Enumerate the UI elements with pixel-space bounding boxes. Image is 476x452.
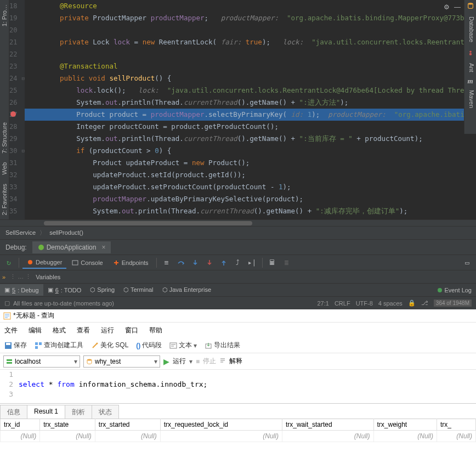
table-row[interactable]: (Null)(Null)(Null)(Null)(Null)(Null)(Nul… bbox=[1, 431, 476, 442]
maven-icon: m bbox=[464, 77, 476, 86]
sql-editor[interactable]: 123 select * from information_schema.inn… bbox=[0, 370, 476, 403]
toolwin-java enterprise[interactable]: ⬡ Java Enterprise bbox=[158, 284, 216, 296]
save-button[interactable]: 保存 bbox=[4, 341, 27, 350]
right-tab-database[interactable]: Database bbox=[464, 12, 476, 47]
memory-indicator[interactable]: 364 of 1948M bbox=[434, 300, 472, 307]
left-tab-project[interactable]: 1: Pro… bbox=[0, 0, 9, 31]
sql-result-grid[interactable]: trx_idtrx_statetrx_startedtrx_requested_… bbox=[0, 419, 476, 452]
column-header[interactable]: trx_ bbox=[437, 419, 475, 431]
menu-item[interactable]: 编辑 bbox=[29, 326, 42, 335]
column-header[interactable]: trx_requested_lock_id bbox=[160, 419, 282, 431]
debugger-tab[interactable]: Debugger bbox=[22, 257, 66, 269]
menu-item[interactable]: 查看 bbox=[77, 326, 90, 335]
sql-connection-bar: localhost why_test ▶ 运行▾ ■ 停止 解释 bbox=[0, 353, 476, 370]
rerun-button[interactable]: ↻ bbox=[2, 257, 15, 269]
debug-label: Debug: bbox=[0, 244, 32, 251]
debug-titlebar: Debug: DemoApplication × ⚙ — bbox=[0, 239, 476, 255]
svg-point-17 bbox=[87, 359, 92, 360]
export-icon bbox=[205, 342, 212, 349]
menu-item[interactable]: 窗口 bbox=[125, 326, 138, 335]
bug-icon bbox=[27, 259, 33, 265]
close-icon[interactable]: × bbox=[101, 244, 105, 251]
code-editor[interactable]: @Resource private ProductMapper productM… bbox=[25, 0, 476, 219]
sql-code-area[interactable]: select * from information_schema.innodb_… bbox=[16, 370, 476, 403]
explain-button[interactable] bbox=[219, 357, 226, 365]
column-header[interactable]: trx_weight bbox=[373, 419, 437, 431]
result-tab[interactable]: Result 1 bbox=[27, 405, 65, 419]
snippet-button[interactable]: ()代码段 bbox=[136, 341, 162, 350]
step-out-button[interactable] bbox=[217, 257, 230, 269]
event-log-button[interactable]: Event Log bbox=[433, 285, 476, 296]
caret-position[interactable]: 27:1 bbox=[317, 300, 328, 307]
save-icon bbox=[4, 342, 12, 349]
indent-setting[interactable]: 4 spaces bbox=[378, 300, 403, 307]
result-tab[interactable]: 信息 bbox=[0, 405, 27, 419]
right-tab-maven[interactable]: Maven bbox=[464, 86, 476, 112]
right-tab-ant[interactable]: Ant bbox=[464, 59, 476, 77]
parens-icon: () bbox=[136, 342, 140, 349]
breakpoint-list-icon[interactable]: » bbox=[2, 274, 5, 280]
scrollbar-thumb[interactable] bbox=[44, 221, 252, 225]
result-tab[interactable]: 状态 bbox=[92, 405, 119, 419]
text-button[interactable]: 文本▾ bbox=[169, 341, 197, 350]
toolwin-debug[interactable]: ▣ 5: Debug bbox=[0, 284, 43, 296]
left-tab-favorites[interactable]: 2: Favorites bbox=[0, 179, 9, 219]
server-icon bbox=[6, 358, 13, 365]
left-tool-strip: 1: Pro… 7: Structure Web 2: Favorites bbox=[0, 0, 9, 219]
explain-label[interactable]: 解释 bbox=[229, 357, 242, 366]
menu-item[interactable]: 运行 bbox=[101, 326, 114, 335]
menu-item[interactable]: 格式 bbox=[53, 326, 66, 335]
layout-button[interactable]: ▭ bbox=[461, 257, 474, 269]
toolwin-terminal[interactable]: ⬡ Terminal bbox=[119, 284, 157, 296]
left-tab-web[interactable]: Web bbox=[0, 158, 9, 179]
svg-point-12 bbox=[97, 342, 98, 344]
run-to-cursor-button[interactable]: ▸| bbox=[246, 257, 259, 269]
svg-rect-5 bbox=[72, 261, 78, 265]
run-label[interactable]: 运行 bbox=[173, 357, 186, 366]
run-button[interactable]: ▶ bbox=[163, 357, 169, 366]
step-into-button[interactable] bbox=[189, 257, 202, 269]
breadcrumb[interactable]: SellService 〉 sellProduct() bbox=[0, 226, 476, 239]
menu-item[interactable]: 帮助 bbox=[149, 326, 162, 335]
toolwin-todo[interactable]: ▣ 6: TODO bbox=[43, 284, 86, 296]
breadcrumb-class[interactable]: SellService bbox=[5, 229, 36, 236]
export-button[interactable]: 导出结果 bbox=[205, 341, 240, 350]
query-builder-button[interactable]: 查询创建工具 bbox=[35, 341, 83, 350]
breadcrumb-method[interactable]: sellProduct() bbox=[49, 229, 83, 236]
show-exec-button[interactable]: ≡ bbox=[160, 257, 173, 269]
beautify-sql-button[interactable]: 美化 SQL bbox=[91, 341, 128, 350]
builder-icon bbox=[35, 342, 42, 349]
db-icon bbox=[86, 358, 93, 365]
column-header[interactable]: trx_id bbox=[1, 419, 40, 431]
minimize-icon[interactable]: — bbox=[454, 3, 461, 11]
column-header[interactable]: trx_started bbox=[95, 419, 160, 431]
line-separator[interactable]: CRLF bbox=[335, 300, 350, 307]
menu-item[interactable]: 文件 bbox=[4, 326, 18, 335]
trace-button[interactable]: ≣ bbox=[280, 257, 293, 269]
svg-rect-9 bbox=[35, 342, 38, 345]
result-tab[interactable]: 剖析 bbox=[65, 405, 92, 419]
horizontal-scrollbar[interactable] bbox=[0, 219, 476, 226]
column-header[interactable]: trx_wait_started bbox=[282, 419, 373, 431]
column-header[interactable]: trx_state bbox=[40, 419, 95, 431]
variables-panel-header: » ⋮ … ⋮ Variables bbox=[0, 270, 476, 283]
stop-button[interactable]: ■ bbox=[196, 358, 200, 365]
file-encoding[interactable]: UTF-8 bbox=[356, 300, 373, 307]
step-over-button[interactable] bbox=[174, 257, 188, 269]
lock-icon[interactable]: 🔒 bbox=[408, 300, 416, 307]
svg-point-2 bbox=[469, 53, 471, 55]
right-tool-strip: Database Ant m Maven bbox=[464, 0, 476, 134]
host-select[interactable]: localhost bbox=[3, 355, 80, 368]
gear-icon[interactable]: ⚙ bbox=[444, 3, 450, 11]
git-branch-icon[interactable]: ⎇ bbox=[421, 300, 428, 307]
force-step-into-button[interactable] bbox=[203, 257, 216, 269]
console-tab[interactable]: Console bbox=[67, 257, 107, 268]
debug-run-config-tab[interactable]: DemoApplication × bbox=[32, 241, 111, 253]
line-gutter[interactable]: 1819202122232425262728293031323334353637… bbox=[9, 0, 21, 219]
database-select[interactable]: why_test bbox=[83, 355, 160, 368]
left-tab-structure[interactable]: 7: Structure bbox=[0, 118, 9, 158]
endpoints-tab[interactable]: Endpoints bbox=[109, 257, 153, 268]
drop-frame-button[interactable]: ⤴ bbox=[231, 257, 245, 269]
toolwin-spring[interactable]: ⬡ Spring bbox=[86, 284, 119, 296]
evaluate-button[interactable]: 🖩 bbox=[266, 257, 279, 269]
